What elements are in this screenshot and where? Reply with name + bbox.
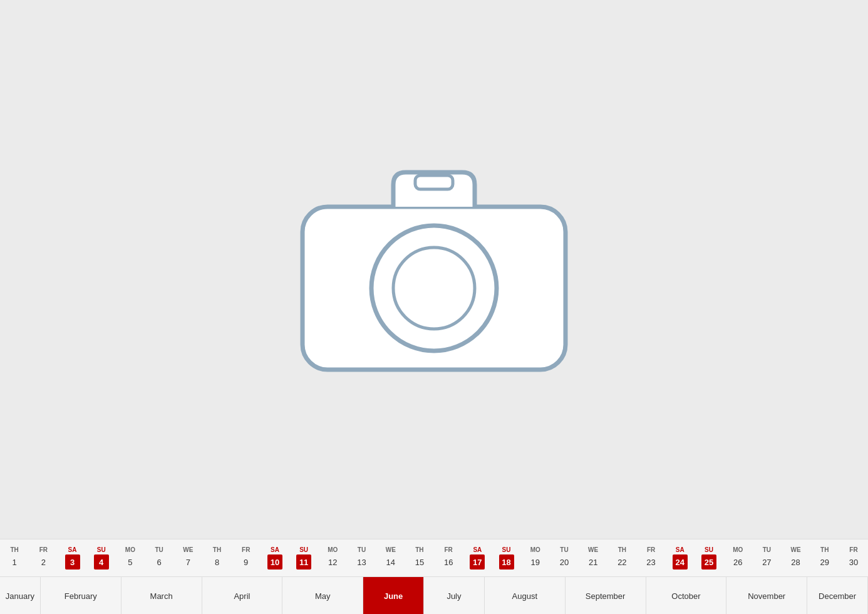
- day-label: SA: [68, 546, 77, 553]
- day-cell-24[interactable]: SA24: [666, 539, 695, 576]
- svg-rect-1: [415, 175, 453, 189]
- camera-placeholder: [284, 150, 584, 388]
- day-label: WE: [386, 546, 396, 553]
- day-number: 24: [673, 554, 688, 570]
- day-label: SU: [705, 546, 713, 553]
- day-label: WE: [183, 546, 193, 553]
- day-number: 6: [152, 554, 167, 570]
- day-cell-14[interactable]: WE14: [376, 539, 405, 576]
- month-cell-october[interactable]: October: [646, 577, 727, 614]
- day-number: 5: [123, 554, 138, 570]
- day-label: SA: [473, 546, 482, 553]
- day-cell-16[interactable]: FR16: [434, 539, 463, 576]
- month-cell-december[interactable]: December: [807, 577, 868, 614]
- day-number: 9: [239, 554, 254, 570]
- day-label: SA: [271, 546, 279, 553]
- month-cell-june[interactable]: June: [363, 577, 424, 614]
- month-cell-february[interactable]: February: [41, 577, 121, 614]
- day-cell-5[interactable]: MO5: [116, 539, 145, 576]
- day-label: TU: [560, 546, 568, 553]
- day-number: 15: [412, 554, 427, 570]
- day-label: SU: [299, 546, 308, 553]
- month-cell-august[interactable]: August: [485, 577, 566, 614]
- calendar-months-row: JanuaryFebruaryMarchAprilMayJuneJulyAugu…: [0, 577, 868, 614]
- day-number: 12: [325, 554, 340, 570]
- month-cell-january[interactable]: January: [0, 577, 41, 614]
- day-label: WE: [791, 546, 801, 553]
- day-number: 27: [759, 554, 774, 570]
- day-cell-25[interactable]: SU25: [695, 539, 723, 576]
- day-number: 4: [94, 554, 109, 570]
- day-cell-6[interactable]: TU6: [145, 539, 173, 576]
- day-cell-10[interactable]: SA10: [261, 539, 289, 576]
- day-cell-26[interactable]: MO26: [723, 539, 752, 576]
- day-cell-22[interactable]: TH22: [607, 539, 636, 576]
- day-number: 14: [383, 554, 398, 570]
- day-label: TH: [10, 546, 18, 553]
- month-cell-april[interactable]: April: [202, 577, 283, 614]
- day-label: TH: [820, 546, 829, 553]
- day-number: 26: [730, 554, 745, 570]
- month-cell-march[interactable]: March: [121, 577, 202, 614]
- day-label: TU: [358, 546, 366, 553]
- day-cell-9[interactable]: FR9: [232, 539, 261, 576]
- day-cell-30[interactable]: FR30: [839, 539, 868, 576]
- day-label: MO: [125, 546, 135, 553]
- day-label: MO: [328, 546, 338, 553]
- day-label: TH: [415, 546, 423, 553]
- day-cell-15[interactable]: TH15: [405, 539, 434, 576]
- day-cell-28[interactable]: WE28: [781, 539, 810, 576]
- day-cell-7[interactable]: WE7: [173, 539, 202, 576]
- day-cell-19[interactable]: MO19: [521, 539, 550, 576]
- day-cell-23[interactable]: FR23: [636, 539, 665, 576]
- day-cell-13[interactable]: TU13: [347, 539, 376, 576]
- day-number: 29: [817, 554, 832, 570]
- day-number: 16: [441, 554, 456, 570]
- month-cell-july[interactable]: July: [424, 577, 485, 614]
- day-cell-21[interactable]: WE21: [579, 539, 607, 576]
- camera-icon: [284, 150, 584, 388]
- day-cell-12[interactable]: MO12: [318, 539, 347, 576]
- month-cell-may[interactable]: May: [282, 577, 363, 614]
- day-cell-3[interactable]: SA3: [58, 539, 86, 576]
- day-label: TH: [213, 546, 221, 553]
- day-number: 13: [354, 554, 369, 570]
- day-number: 30: [846, 554, 861, 570]
- day-cell-4[interactable]: SU4: [87, 539, 116, 576]
- day-cell-1[interactable]: TH1: [0, 539, 29, 576]
- day-label: MO: [530, 546, 540, 553]
- day-number: 21: [586, 554, 601, 570]
- month-cell-september[interactable]: September: [566, 577, 646, 614]
- day-label: TU: [155, 546, 163, 553]
- day-label: TU: [763, 546, 771, 553]
- day-cell-18[interactable]: SU18: [492, 539, 520, 576]
- day-cell-17[interactable]: SA17: [463, 539, 492, 576]
- day-cell-8[interactable]: TH8: [202, 539, 231, 576]
- day-label: SU: [97, 546, 106, 553]
- day-number: 3: [65, 554, 80, 570]
- day-number: 11: [296, 554, 311, 570]
- day-cell-20[interactable]: TU20: [550, 539, 579, 576]
- month-cell-november[interactable]: November: [726, 577, 807, 614]
- day-number: 1: [7, 554, 22, 570]
- day-number: 10: [267, 554, 282, 570]
- day-number: 2: [36, 554, 51, 570]
- day-number: 20: [557, 554, 572, 570]
- day-cell-27[interactable]: TU27: [752, 539, 781, 576]
- svg-point-3: [393, 247, 475, 329]
- day-label: FR: [849, 546, 857, 553]
- calendar-strip: TH1FR2SA3SU4MO5TU6WE7TH8FR9SA10SU11MO12T…: [0, 539, 868, 614]
- day-number: 18: [499, 554, 514, 570]
- calendar-days-row: TH1FR2SA3SU4MO5TU6WE7TH8FR9SA10SU11MO12T…: [0, 539, 868, 577]
- day-number: 8: [210, 554, 225, 570]
- day-number: 23: [644, 554, 659, 570]
- day-number: 28: [788, 554, 803, 570]
- day-cell-29[interactable]: TH29: [810, 539, 839, 576]
- day-cell-2[interactable]: FR2: [29, 539, 58, 576]
- day-number: 19: [528, 554, 543, 570]
- day-number: 22: [614, 554, 629, 570]
- day-label: FR: [444, 546, 452, 553]
- day-cell-11[interactable]: SU11: [289, 539, 318, 576]
- day-number: 25: [701, 554, 716, 570]
- day-label: SA: [676, 546, 685, 553]
